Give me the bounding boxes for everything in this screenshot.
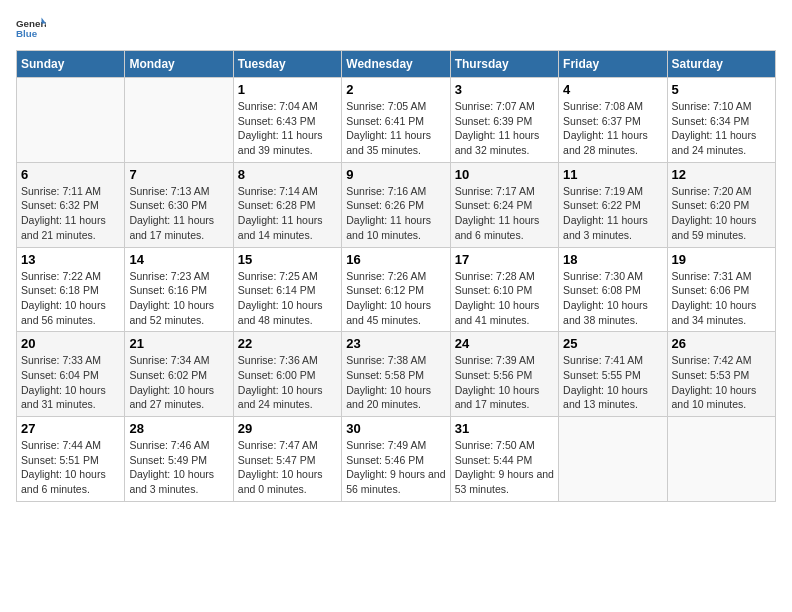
day-number: 31 <box>455 421 554 436</box>
calendar-cell: 5Sunrise: 7:10 AMSunset: 6:34 PMDaylight… <box>667 78 775 163</box>
day-number: 30 <box>346 421 445 436</box>
calendar-week-5: 27Sunrise: 7:44 AMSunset: 5:51 PMDayligh… <box>17 417 776 502</box>
day-detail: Sunrise: 7:07 AMSunset: 6:39 PMDaylight:… <box>455 99 554 158</box>
day-number: 28 <box>129 421 228 436</box>
calendar-header-row: SundayMondayTuesdayWednesdayThursdayFrid… <box>17 51 776 78</box>
column-header-wednesday: Wednesday <box>342 51 450 78</box>
day-detail: Sunrise: 7:19 AMSunset: 6:22 PMDaylight:… <box>563 184 662 243</box>
calendar-cell: 20Sunrise: 7:33 AMSunset: 6:04 PMDayligh… <box>17 332 125 417</box>
day-detail: Sunrise: 7:17 AMSunset: 6:24 PMDaylight:… <box>455 184 554 243</box>
calendar-cell: 12Sunrise: 7:20 AMSunset: 6:20 PMDayligh… <box>667 162 775 247</box>
calendar-cell: 29Sunrise: 7:47 AMSunset: 5:47 PMDayligh… <box>233 417 341 502</box>
calendar-cell: 28Sunrise: 7:46 AMSunset: 5:49 PMDayligh… <box>125 417 233 502</box>
column-header-saturday: Saturday <box>667 51 775 78</box>
calendar-cell: 31Sunrise: 7:50 AMSunset: 5:44 PMDayligh… <box>450 417 558 502</box>
calendar-cell: 25Sunrise: 7:41 AMSunset: 5:55 PMDayligh… <box>559 332 667 417</box>
column-header-tuesday: Tuesday <box>233 51 341 78</box>
day-number: 4 <box>563 82 662 97</box>
day-number: 20 <box>21 336 120 351</box>
calendar-cell: 18Sunrise: 7:30 AMSunset: 6:08 PMDayligh… <box>559 247 667 332</box>
calendar-cell: 16Sunrise: 7:26 AMSunset: 6:12 PMDayligh… <box>342 247 450 332</box>
day-number: 6 <box>21 167 120 182</box>
calendar-cell: 19Sunrise: 7:31 AMSunset: 6:06 PMDayligh… <box>667 247 775 332</box>
day-number: 9 <box>346 167 445 182</box>
calendar-cell <box>667 417 775 502</box>
calendar-cell <box>125 78 233 163</box>
day-detail: Sunrise: 7:10 AMSunset: 6:34 PMDaylight:… <box>672 99 771 158</box>
calendar-cell: 21Sunrise: 7:34 AMSunset: 6:02 PMDayligh… <box>125 332 233 417</box>
header: General Blue <box>16 16 776 40</box>
calendar-cell: 1Sunrise: 7:04 AMSunset: 6:43 PMDaylight… <box>233 78 341 163</box>
calendar-cell: 10Sunrise: 7:17 AMSunset: 6:24 PMDayligh… <box>450 162 558 247</box>
day-detail: Sunrise: 7:04 AMSunset: 6:43 PMDaylight:… <box>238 99 337 158</box>
day-number: 25 <box>563 336 662 351</box>
calendar-table: SundayMondayTuesdayWednesdayThursdayFrid… <box>16 50 776 502</box>
day-number: 19 <box>672 252 771 267</box>
day-detail: Sunrise: 7:39 AMSunset: 5:56 PMDaylight:… <box>455 353 554 412</box>
day-number: 8 <box>238 167 337 182</box>
day-number: 13 <box>21 252 120 267</box>
calendar-week-1: 1Sunrise: 7:04 AMSunset: 6:43 PMDaylight… <box>17 78 776 163</box>
day-detail: Sunrise: 7:50 AMSunset: 5:44 PMDaylight:… <box>455 438 554 497</box>
calendar-cell: 4Sunrise: 7:08 AMSunset: 6:37 PMDaylight… <box>559 78 667 163</box>
day-detail: Sunrise: 7:34 AMSunset: 6:02 PMDaylight:… <box>129 353 228 412</box>
day-detail: Sunrise: 7:38 AMSunset: 5:58 PMDaylight:… <box>346 353 445 412</box>
day-detail: Sunrise: 7:31 AMSunset: 6:06 PMDaylight:… <box>672 269 771 328</box>
day-detail: Sunrise: 7:11 AMSunset: 6:32 PMDaylight:… <box>21 184 120 243</box>
day-detail: Sunrise: 7:26 AMSunset: 6:12 PMDaylight:… <box>346 269 445 328</box>
day-detail: Sunrise: 7:22 AMSunset: 6:18 PMDaylight:… <box>21 269 120 328</box>
day-number: 7 <box>129 167 228 182</box>
calendar-week-2: 6Sunrise: 7:11 AMSunset: 6:32 PMDaylight… <box>17 162 776 247</box>
day-detail: Sunrise: 7:16 AMSunset: 6:26 PMDaylight:… <box>346 184 445 243</box>
calendar-body: 1Sunrise: 7:04 AMSunset: 6:43 PMDaylight… <box>17 78 776 502</box>
calendar-cell: 24Sunrise: 7:39 AMSunset: 5:56 PMDayligh… <box>450 332 558 417</box>
calendar-cell: 7Sunrise: 7:13 AMSunset: 6:30 PMDaylight… <box>125 162 233 247</box>
day-detail: Sunrise: 7:14 AMSunset: 6:28 PMDaylight:… <box>238 184 337 243</box>
day-detail: Sunrise: 7:23 AMSunset: 6:16 PMDaylight:… <box>129 269 228 328</box>
day-detail: Sunrise: 7:46 AMSunset: 5:49 PMDaylight:… <box>129 438 228 497</box>
column-header-thursday: Thursday <box>450 51 558 78</box>
day-number: 24 <box>455 336 554 351</box>
day-number: 10 <box>455 167 554 182</box>
day-number: 12 <box>672 167 771 182</box>
calendar-cell: 27Sunrise: 7:44 AMSunset: 5:51 PMDayligh… <box>17 417 125 502</box>
day-detail: Sunrise: 7:08 AMSunset: 6:37 PMDaylight:… <box>563 99 662 158</box>
calendar-cell: 15Sunrise: 7:25 AMSunset: 6:14 PMDayligh… <box>233 247 341 332</box>
calendar-week-3: 13Sunrise: 7:22 AMSunset: 6:18 PMDayligh… <box>17 247 776 332</box>
day-detail: Sunrise: 7:28 AMSunset: 6:10 PMDaylight:… <box>455 269 554 328</box>
calendar-cell: 22Sunrise: 7:36 AMSunset: 6:00 PMDayligh… <box>233 332 341 417</box>
day-number: 23 <box>346 336 445 351</box>
day-number: 1 <box>238 82 337 97</box>
calendar-cell: 8Sunrise: 7:14 AMSunset: 6:28 PMDaylight… <box>233 162 341 247</box>
day-detail: Sunrise: 7:36 AMSunset: 6:00 PMDaylight:… <box>238 353 337 412</box>
calendar-cell: 3Sunrise: 7:07 AMSunset: 6:39 PMDaylight… <box>450 78 558 163</box>
column-header-sunday: Sunday <box>17 51 125 78</box>
day-detail: Sunrise: 7:05 AMSunset: 6:41 PMDaylight:… <box>346 99 445 158</box>
calendar-cell: 9Sunrise: 7:16 AMSunset: 6:26 PMDaylight… <box>342 162 450 247</box>
calendar-cell: 2Sunrise: 7:05 AMSunset: 6:41 PMDaylight… <box>342 78 450 163</box>
calendar-cell: 13Sunrise: 7:22 AMSunset: 6:18 PMDayligh… <box>17 247 125 332</box>
day-number: 16 <box>346 252 445 267</box>
day-number: 18 <box>563 252 662 267</box>
calendar-cell: 6Sunrise: 7:11 AMSunset: 6:32 PMDaylight… <box>17 162 125 247</box>
calendar-week-4: 20Sunrise: 7:33 AMSunset: 6:04 PMDayligh… <box>17 332 776 417</box>
calendar-cell <box>17 78 125 163</box>
day-number: 15 <box>238 252 337 267</box>
day-number: 17 <box>455 252 554 267</box>
calendar-cell: 23Sunrise: 7:38 AMSunset: 5:58 PMDayligh… <box>342 332 450 417</box>
day-detail: Sunrise: 7:33 AMSunset: 6:04 PMDaylight:… <box>21 353 120 412</box>
column-header-friday: Friday <box>559 51 667 78</box>
day-detail: Sunrise: 7:42 AMSunset: 5:53 PMDaylight:… <box>672 353 771 412</box>
day-detail: Sunrise: 7:49 AMSunset: 5:46 PMDaylight:… <box>346 438 445 497</box>
generalblue-icon: General Blue <box>16 16 46 40</box>
day-number: 2 <box>346 82 445 97</box>
day-detail: Sunrise: 7:13 AMSunset: 6:30 PMDaylight:… <box>129 184 228 243</box>
logo: General Blue <box>16 16 46 40</box>
day-number: 5 <box>672 82 771 97</box>
day-detail: Sunrise: 7:47 AMSunset: 5:47 PMDaylight:… <box>238 438 337 497</box>
day-number: 21 <box>129 336 228 351</box>
day-detail: Sunrise: 7:44 AMSunset: 5:51 PMDaylight:… <box>21 438 120 497</box>
day-number: 22 <box>238 336 337 351</box>
calendar-cell: 30Sunrise: 7:49 AMSunset: 5:46 PMDayligh… <box>342 417 450 502</box>
day-number: 3 <box>455 82 554 97</box>
